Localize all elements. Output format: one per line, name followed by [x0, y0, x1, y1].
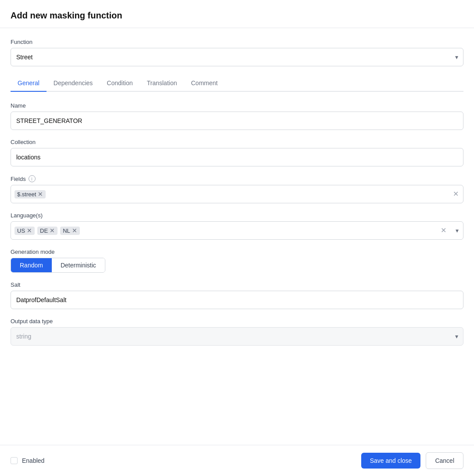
mode-random-button[interactable]: Random [11, 258, 52, 272]
fields-tags-input[interactable]: $.street ✕ ✕ [11, 185, 463, 203]
language-tag-us: US ✕ [14, 227, 35, 235]
output-data-type-field-group: Output data type string ▾ [11, 318, 463, 346]
tabs-container: General Dependencies Condition Translati… [11, 75, 463, 92]
dialog-title: Add new masking function [11, 11, 463, 21]
language-tag-nl-remove[interactable]: ✕ [72, 227, 77, 234]
save-and-close-button[interactable]: Save and close [361, 453, 421, 469]
languages-chevron-icon[interactable]: ▾ [456, 227, 459, 234]
tab-translation[interactable]: Translation [140, 75, 184, 92]
field-tag-street: $.street ✕ [14, 190, 46, 198]
fields-field-group: Fields i $.street ✕ ✕ [11, 175, 463, 203]
tab-condition[interactable]: Condition [100, 75, 140, 92]
generation-mode-field-group: Generation mode Random Deterministic [11, 249, 463, 273]
generation-mode-label: Generation mode [11, 249, 463, 255]
name-field-group: Name [11, 102, 463, 130]
language-tag-de-value: DE [40, 227, 48, 234]
name-label: Name [11, 102, 463, 109]
language-tag-us-remove[interactable]: ✕ [27, 227, 32, 234]
collection-label: Collection [11, 139, 463, 145]
dialog-body: Function Street ▾ General Dependencies C… [0, 28, 474, 445]
mode-deterministic-button[interactable]: Deterministic [52, 258, 105, 272]
dialog-header: Add new masking function [0, 0, 474, 28]
language-tag-nl: NL ✕ [60, 227, 80, 235]
function-label: Function [11, 39, 463, 45]
language-tag-nl-value: NL [63, 227, 70, 234]
enabled-label: Enabled [22, 457, 44, 464]
output-data-type-select[interactable]: string [11, 327, 463, 346]
fields-clear-icon[interactable]: ✕ [453, 191, 459, 198]
output-data-type-label: Output data type [11, 318, 463, 325]
cancel-button[interactable]: Cancel [426, 452, 463, 469]
languages-field-group: Language(s) US ✕ DE ✕ NL ✕ ✕ ▾ [11, 212, 463, 240]
language-tag-us-value: US [17, 227, 25, 234]
salt-input[interactable] [11, 291, 463, 309]
tab-comment[interactable]: Comment [184, 75, 225, 92]
dialog-footer: Enabled Save and close Cancel [0, 445, 474, 476]
function-select[interactable]: Street [11, 48, 463, 66]
languages-clear-icon[interactable]: ✕ [441, 227, 446, 234]
footer-right: Save and close Cancel [361, 452, 463, 469]
footer-left: Enabled [11, 457, 44, 464]
languages-tags-input[interactable]: US ✕ DE ✕ NL ✕ ✕ ▾ [11, 221, 463, 240]
generation-mode-group: Random Deterministic [11, 258, 105, 273]
salt-label: Salt [11, 281, 463, 288]
fields-info-icon: i [29, 175, 36, 182]
enabled-checkbox[interactable] [11, 457, 18, 464]
function-field-group: Function Street ▾ [11, 39, 463, 66]
tab-general[interactable]: General [11, 75, 47, 92]
collection-field-group: Collection [11, 139, 463, 166]
language-tag-de: DE ✕ [37, 227, 57, 235]
tab-dependencies[interactable]: Dependencies [47, 75, 100, 92]
language-tag-de-remove[interactable]: ✕ [50, 227, 55, 234]
field-tag-street-remove[interactable]: ✕ [38, 191, 43, 197]
name-input[interactable] [11, 112, 463, 130]
output-data-type-select-wrapper: string ▾ [11, 327, 463, 346]
field-tag-street-value: $.street [17, 191, 36, 198]
fields-label: Fields i [11, 175, 463, 182]
salt-field-group: Salt [11, 281, 463, 309]
add-masking-function-dialog: Add new masking function Function Street… [0, 0, 474, 476]
languages-label: Language(s) [11, 212, 463, 219]
collection-input[interactable] [11, 148, 463, 166]
function-select-wrapper: Street ▾ [11, 48, 463, 66]
